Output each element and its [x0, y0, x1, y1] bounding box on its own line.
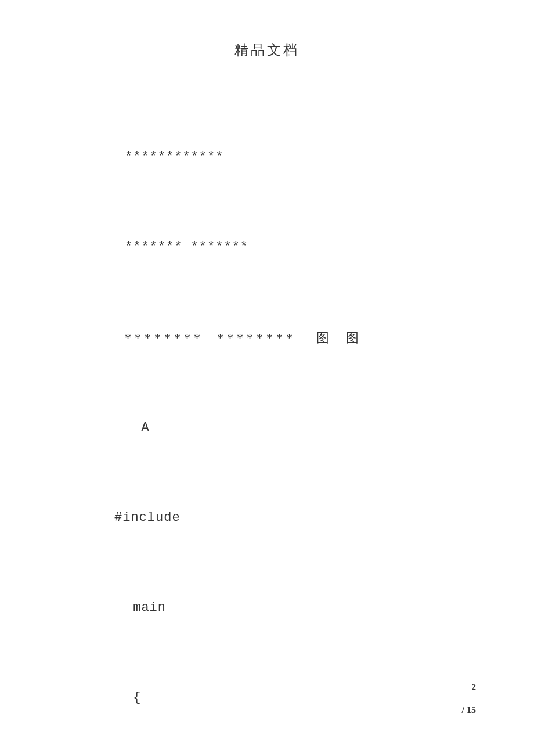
code-line: ******** ******** 图 图	[125, 323, 476, 353]
code-line: {	[125, 683, 476, 713]
page-header-title: 精品文档	[58, 41, 476, 59]
page-number-current: 2	[472, 682, 477, 692]
page-total-text: / 15	[462, 705, 476, 715]
code-line: main	[125, 593, 476, 623]
page-number-total: / 15	[462, 705, 476, 715]
code-line: ************	[125, 142, 476, 172]
page-container: 精品文档 ************ ******* ******* ******…	[0, 0, 534, 756]
document-body: ************ ******* ******* ******** **…	[58, 82, 476, 756]
code-line: ******* *******	[125, 232, 476, 262]
code-line: A	[125, 413, 476, 443]
code-line: #include	[114, 503, 476, 533]
